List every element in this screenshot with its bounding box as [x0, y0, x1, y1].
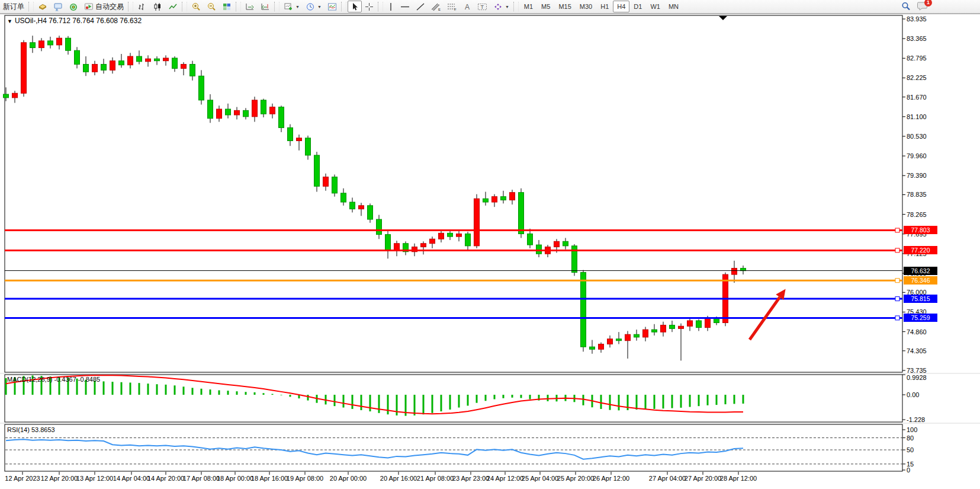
- line-endpoint-handle[interactable]: [895, 228, 899, 232]
- indicators-icon: [327, 2, 337, 11]
- price-axis-label: 82.795: [907, 55, 927, 62]
- auto-scroll-button[interactable]: [242, 1, 258, 12]
- cursor-tool-button[interactable]: [348, 1, 362, 12]
- arrows-tool-button[interactable]: ▼: [490, 1, 512, 12]
- candle-body: [439, 233, 444, 239]
- crosshair-icon: [365, 2, 374, 11]
- price-tag: 75.259: [904, 314, 937, 322]
- search-button[interactable]: [898, 1, 914, 12]
- candle-body: [288, 127, 293, 140]
- new-order-button[interactable]: 新订单: [0, 1, 27, 12]
- candle-body: [137, 56, 142, 62]
- price-axis-label: 81.100: [907, 113, 927, 120]
- zoom-in-icon: [191, 2, 201, 11]
- macd-axis-label: 0.9928: [907, 374, 927, 381]
- candle-body: [314, 155, 320, 186]
- timeframe-M15[interactable]: M15: [554, 1, 575, 12]
- price-axis-label: 79.960: [907, 152, 927, 159]
- price-axis-label: 81.670: [907, 94, 927, 101]
- vertical-line-tool-button[interactable]: [384, 1, 397, 12]
- market-watch-icon-button[interactable]: [50, 1, 66, 12]
- chat-button[interactable]: 1: [917, 1, 928, 12]
- rsi-axis-label: 50: [907, 446, 914, 453]
- fibonacci-tool-button[interactable]: F: [444, 1, 460, 12]
- zoom-out-button[interactable]: [204, 1, 219, 12]
- text-tool-button[interactable]: A: [460, 1, 474, 12]
- time-axis-label: 25 Apr 20:00: [557, 475, 594, 482]
- dropdown-arrow-icon: ▼: [505, 5, 509, 9]
- period-clock-button[interactable]: ▼: [303, 1, 324, 12]
- timeframe-D1[interactable]: D1: [629, 1, 646, 12]
- gold-book-icon: [38, 2, 47, 11]
- timeframe-M5[interactable]: M5: [537, 1, 554, 12]
- candle-body: [625, 334, 631, 340]
- timeframe-MN[interactable]: MN: [664, 1, 683, 12]
- candle-body: [12, 93, 18, 98]
- candle-body: [83, 64, 89, 72]
- line-endpoint-handle[interactable]: [895, 248, 899, 253]
- time-axis-label: 14 Apr 20:00: [147, 475, 184, 482]
- price-tag: 75.815: [904, 295, 937, 303]
- time-axis-label: 26 Apr 12:00: [593, 475, 629, 482]
- candle-body: [519, 193, 524, 234]
- crosshair-tool-button[interactable]: [362, 1, 377, 12]
- timeframe-H4[interactable]: H4: [613, 1, 629, 12]
- clock-icon: [306, 2, 315, 11]
- timeframe-group: M1M5M15M30H1H4D1W1MN: [520, 1, 683, 12]
- candle-body: [448, 233, 453, 236]
- pane-separator[interactable]: [0, 423, 980, 424]
- time-axis-label: 18 Apr 00:00: [217, 475, 253, 482]
- signal-icon-button[interactable]: [66, 1, 81, 12]
- timeframe-M30[interactable]: M30: [576, 1, 596, 12]
- chart-shift-button[interactable]: [258, 1, 273, 12]
- autotrading-button[interactable]: 自动交易: [81, 1, 127, 12]
- line-endpoint-handle[interactable]: [895, 297, 899, 301]
- zoom-in-button[interactable]: [188, 1, 204, 12]
- rsi-axis-label: 80: [907, 434, 914, 442]
- candle-body: [696, 321, 702, 328]
- indicators-button[interactable]: [324, 1, 340, 12]
- macd-indicator-label: MACD(12,26,9) -0.4367 -0.8485: [7, 376, 100, 383]
- horizontal-line-tool-button[interactable]: [397, 1, 413, 12]
- candle-body: [48, 41, 53, 45]
- candle-body: [483, 199, 489, 202]
- chart-canvas[interactable]: [0, 0, 980, 489]
- bar-chart-type-button[interactable]: [134, 1, 150, 12]
- candle-body: [21, 43, 27, 93]
- pane-separator[interactable]: [0, 373, 980, 374]
- macd-pane-border: [5, 375, 902, 422]
- new-chart-icon: [284, 2, 293, 11]
- new-chart-button[interactable]: ▼: [281, 1, 303, 12]
- time-axis-label: 12 Apr 2023: [5, 475, 40, 482]
- line-chart-type-button[interactable]: [165, 1, 181, 12]
- trendline-tool-button[interactable]: [413, 1, 428, 12]
- candle-body: [181, 64, 187, 68]
- candle-body: [208, 100, 213, 119]
- timeframe-M1[interactable]: M1: [520, 1, 537, 12]
- candle-body: [101, 64, 107, 70]
- toolbar-grip: [28, 2, 34, 11]
- line-endpoint-handle[interactable]: [895, 279, 899, 283]
- text-label-tool-button[interactable]: T: [474, 1, 490, 12]
- candle-body: [687, 321, 693, 326]
- candle-body: [492, 197, 497, 202]
- candle-body: [457, 234, 462, 236]
- line-endpoint-handle[interactable]: [895, 316, 899, 320]
- gold-book-icon-button[interactable]: [35, 1, 50, 12]
- tile-windows-button[interactable]: [219, 1, 234, 12]
- candlestick-chart-type-button[interactable]: [150, 1, 165, 12]
- candle-body: [119, 61, 124, 65]
- equidistant-channel-tool-button[interactable]: E: [428, 1, 444, 12]
- candle-body: [297, 138, 302, 141]
- time-axis-label: 25 Apr 04:00: [522, 475, 558, 482]
- candle-body: [172, 58, 178, 68]
- candle-body: [323, 177, 329, 187]
- timeframe-W1[interactable]: W1: [646, 1, 664, 12]
- timeframe-H1[interactable]: H1: [596, 1, 613, 12]
- auto-scroll-icon: [245, 2, 255, 11]
- candle-body: [643, 330, 648, 337]
- candle-body: [270, 107, 275, 114]
- symbol-dropdown-arrow-icon[interactable]: ▼: [7, 18, 12, 24]
- time-axis-label: 23 Apr 23:00: [452, 475, 489, 482]
- price-axis-label: 78.265: [907, 211, 927, 218]
